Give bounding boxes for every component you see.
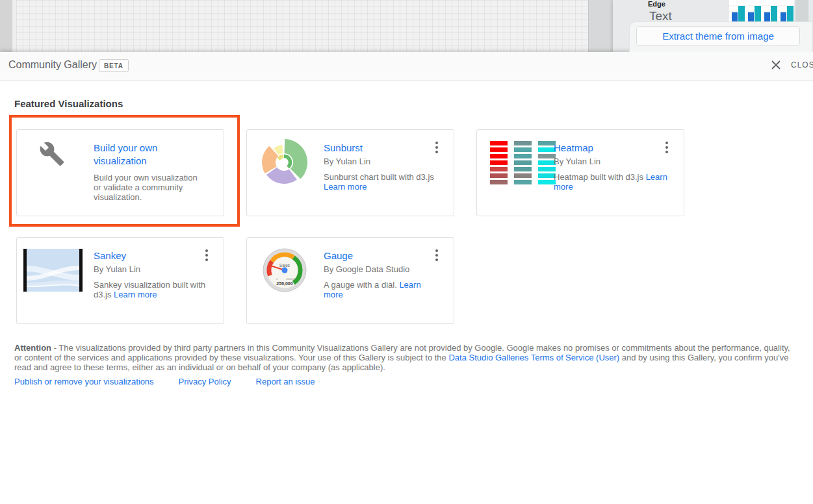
card-gauge[interactable]: Sales 0 1000000 250,000 Gauge By Google … bbox=[246, 237, 454, 324]
privacy-policy-link[interactable]: Privacy Policy bbox=[179, 377, 231, 386]
card-heatmap[interactable]: Heatmap By Yulan Lin Heatmap built with … bbox=[476, 129, 684, 216]
heatmap-thumbnail bbox=[477, 130, 554, 217]
theme-extract-panel: Extract theme from image bbox=[629, 21, 813, 52]
sankey-thumbnail bbox=[17, 238, 94, 325]
gauge-metric-label: Sales bbox=[279, 263, 290, 268]
report-canvas: Edge Text Extract theme from image bbox=[0, 0, 813, 52]
theme-properties-panel: Edge Text Extract theme from image bbox=[613, 0, 813, 52]
gauge-max-label: 1000000 bbox=[286, 278, 295, 281]
card-description: A gauge with a dial. Learn more bbox=[324, 280, 439, 299]
card-title[interactable]: Sankey bbox=[94, 249, 211, 262]
terms-of-service-link[interactable]: Data Studio Galleries Terms of Service (… bbox=[448, 353, 619, 362]
card-author: By Yulan Lin bbox=[94, 264, 140, 274]
gauge-min-label: 0 bbox=[276, 278, 277, 281]
gauge-thumbnail: Sales 0 1000000 250,000 bbox=[247, 238, 324, 325]
close-label[interactable]: CLOSE bbox=[791, 60, 813, 69]
learn-more-link[interactable]: Learn more bbox=[114, 290, 157, 299]
gallery-title: Community Gallery bbox=[8, 59, 97, 71]
footer-links: Publish or remove your visualizations Pr… bbox=[14, 377, 315, 386]
extract-theme-button[interactable]: Extract theme from image bbox=[636, 26, 800, 46]
card-sankey[interactable]: Sankey By Yulan Lin Sankey visualization… bbox=[16, 237, 224, 324]
card-author: By Google Data Studio bbox=[324, 264, 409, 274]
report-an-issue-link[interactable]: Report an issue bbox=[256, 377, 315, 386]
close-icon[interactable] bbox=[770, 59, 782, 71]
bar-chart-icon bbox=[729, 0, 794, 23]
sankey-chart-icon bbox=[23, 249, 83, 292]
card-sunburst[interactable]: Sunburst By Yulan Lin Sunburst chart bui… bbox=[246, 129, 454, 216]
community-gallery-panel: Community Gallery BETA CLOSE Featured Vi… bbox=[0, 52, 813, 504]
card-title[interactable]: Sunburst bbox=[324, 142, 441, 155]
panel-gutter bbox=[588, 0, 613, 52]
card-description-text: Sunburst chart built with d3.js bbox=[324, 172, 434, 182]
card-author: By Yulan Lin bbox=[324, 157, 370, 166]
wrench-icon bbox=[39, 141, 65, 167]
gauge-value-label: 250,000 bbox=[276, 281, 292, 286]
section-title: Featured Visualizations bbox=[14, 98, 123, 109]
beta-badge: BETA bbox=[99, 59, 129, 72]
canvas-ruler bbox=[0, 0, 12, 52]
card-description: Heatmap built with d3.js Learn more bbox=[554, 172, 669, 192]
card-title[interactable]: Build your own visualization bbox=[94, 142, 211, 168]
close-button[interactable]: CLOSE bbox=[770, 59, 813, 71]
learn-more-link[interactable]: Learn more bbox=[324, 182, 367, 192]
panel-scrollbar[interactable] bbox=[795, 0, 808, 21]
publish-or-remove-link[interactable]: Publish or remove your visualizations bbox=[14, 377, 154, 386]
theme-chart-thumbnail bbox=[729, 0, 794, 23]
attention-disclaimer: Attention - The visualizations provided … bbox=[14, 343, 797, 373]
card-description: Sunburst chart built with d3.js Learn mo… bbox=[324, 172, 439, 192]
build-thumbnail bbox=[17, 130, 94, 217]
card-description: Build your own visualization or validate… bbox=[94, 173, 205, 202]
app-window: Edge Text Extract theme from image bbox=[0, 0, 813, 504]
card-author: By Yulan Lin bbox=[554, 157, 600, 166]
sunburst-thumbnail bbox=[247, 130, 324, 217]
heatmap-chart-icon bbox=[490, 141, 556, 184]
card-description: Sankey visualization built with d3.js Le… bbox=[94, 280, 209, 299]
sunburst-chart-icon bbox=[259, 138, 309, 187]
gallery-header: Community Gallery BETA CLOSE bbox=[0, 52, 813, 81]
card-build-your-own[interactable]: Build your own visualization Build your … bbox=[16, 129, 224, 216]
card-title[interactable]: Gauge bbox=[324, 249, 441, 262]
edge-section-label: Edge bbox=[648, 0, 665, 8]
card-description-text: A gauge with a dial. bbox=[324, 280, 397, 290]
canvas-grid bbox=[16, 0, 588, 52]
gauge-chart-icon: Sales 0 1000000 250,000 bbox=[263, 248, 307, 292]
attention-label: Attention bbox=[14, 343, 51, 353]
card-title[interactable]: Heatmap bbox=[554, 142, 671, 155]
card-description-text: Heatmap built with d3.js bbox=[554, 172, 643, 182]
